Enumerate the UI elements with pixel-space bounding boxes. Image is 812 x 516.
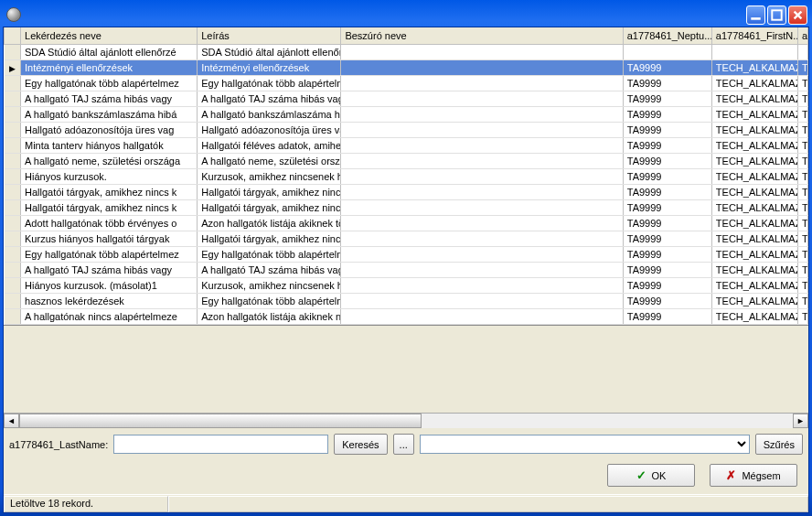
cell[interactable] <box>341 277 623 293</box>
filter-button[interactable]: Szűrés <box>755 434 803 455</box>
cell[interactable]: TA9999 <box>623 122 711 137</box>
cell[interactable]: Kurzusok, amikhez nincsenek hallgató <box>198 168 341 184</box>
cell[interactable]: Egy hallgatónak több alapértelmezett t <box>198 75 341 91</box>
cell[interactable] <box>341 231 623 246</box>
cell[interactable]: TA9999 <box>623 153 711 168</box>
minimize-button[interactable] <box>746 5 765 25</box>
table-row[interactable]: A hallgató TAJ száma hibás vagyA hallgat… <box>5 91 808 106</box>
horizontal-scrollbar[interactable]: ◄ ► <box>4 413 808 428</box>
table-row[interactable]: hasznos lekérdezésekEgy hallgatónak több… <box>5 293 808 308</box>
cell[interactable]: Hallgatói tárgyak, amikhez nincs k <box>21 184 198 199</box>
table-row[interactable]: A hallgató TAJ száma hibás vagyA hallgat… <box>5 262 808 277</box>
table-row[interactable]: Hallgatói tárgyak, amikhez nincs kHallga… <box>5 199 808 215</box>
cell[interactable]: SDA Stúdió által ajánlott ellenőrzések <box>198 44 341 59</box>
cell[interactable]: TA9999 <box>623 231 711 246</box>
col-header[interactable]: a <box>797 27 807 44</box>
close-button[interactable] <box>788 5 807 25</box>
cell[interactable] <box>341 137 623 153</box>
cell[interactable]: TECH_ALKALMAZO <box>711 106 797 122</box>
cell[interactable]: T <box>797 75 807 91</box>
cell[interactable]: A hallgató bankszámlaszáma hibá <box>21 106 198 122</box>
cell[interactable] <box>341 153 623 168</box>
cell[interactable]: TECH_ALKALMAZO <box>711 122 797 137</box>
cell[interactable]: Hallgatói tárgyak, amikhez nincs k <box>21 199 198 215</box>
cell[interactable] <box>341 215 623 231</box>
cell[interactable]: Hallgató adóazonosítója üres vagy hib <box>198 122 341 137</box>
table-row[interactable]: Intézményi ellenőrzésekIntézményi ellenő… <box>5 59 808 75</box>
cell[interactable]: TA9999 <box>623 75 711 91</box>
cell[interactable]: SDA Stúdió által ajánlott ellenőrzé <box>21 44 198 59</box>
table-row[interactable]: A hallgató bankszámlaszáma hibáA hallgat… <box>5 106 808 122</box>
cell[interactable]: A hallgató bankszámlaszáma hibás (ho <box>198 106 341 122</box>
cell[interactable]: A hallgatónak nincs alapértelmeze <box>21 308 198 324</box>
table-row[interactable]: Hallgatói tárgyak, amikhez nincs kHallga… <box>5 184 808 199</box>
col-header[interactable]: Beszúró neve <box>341 27 623 44</box>
cell[interactable]: Hiányos kurzusok. <box>21 168 198 184</box>
maximize-button[interactable] <box>767 5 786 25</box>
cell[interactable]: TA9999 <box>623 184 711 199</box>
cell[interactable] <box>341 122 623 137</box>
cell[interactable]: Intézményi ellenőrzések <box>21 59 198 75</box>
cell[interactable]: T <box>797 231 807 246</box>
cell[interactable]: TECH_ALKALMAZO <box>711 246 797 262</box>
table-row[interactable]: Hallgató adóazonosítója üres vagHallgató… <box>5 122 808 137</box>
table-row[interactable]: A hallgatónak nincs alapértelmezeAzon ha… <box>5 308 808 324</box>
table-row[interactable]: Egy hallgatónak több alapértelmezEgy hal… <box>5 75 808 91</box>
cell[interactable]: T <box>797 308 807 324</box>
scroll-track[interactable] <box>19 414 793 428</box>
cell[interactable] <box>341 168 623 184</box>
cell[interactable]: T <box>797 293 807 308</box>
cell[interactable]: TA9999 <box>623 168 711 184</box>
cell[interactable]: TECH_ALKALMAZO <box>711 277 797 293</box>
cell[interactable]: Kurzus hiányos hallgatói tárgyak <box>21 231 198 246</box>
search-input[interactable] <box>113 435 328 454</box>
cell[interactable]: TA9999 <box>623 262 711 277</box>
cell[interactable]: T <box>797 215 807 231</box>
cell[interactable]: A hallgató neme, születési országa <box>21 153 198 168</box>
scroll-left-button[interactable]: ◄ <box>4 414 19 428</box>
cell[interactable]: Azon hallgatók listája akiknek több érv <box>198 215 341 231</box>
cell[interactable] <box>797 44 807 59</box>
cell[interactable] <box>341 308 623 324</box>
table-row[interactable]: A hallgató neme, születési országaA hall… <box>5 153 808 168</box>
cell[interactable]: A hallgató TAJ száma hibás vagy <box>21 91 198 106</box>
search-button[interactable]: Keresés <box>334 434 387 455</box>
table-row[interactable]: Hiányos kurzusok.Kurzusok, amikhez nincs… <box>5 168 808 184</box>
cell[interactable]: TECH_ALKALMAZO <box>711 59 797 75</box>
cell[interactable]: T <box>797 106 807 122</box>
cell[interactable]: TECH_ALKALMAZO <box>711 308 797 324</box>
cell[interactable] <box>341 262 623 277</box>
cell[interactable]: TA9999 <box>623 106 711 122</box>
cell[interactable] <box>341 106 623 122</box>
cell[interactable]: TECH_ALKALMAZO <box>711 91 797 106</box>
cell[interactable]: Minta tanterv hiányos hallgatók <box>21 137 198 153</box>
cell[interactable] <box>341 293 623 308</box>
cell[interactable]: T <box>797 246 807 262</box>
cell[interactable]: TA9999 <box>623 246 711 262</box>
cell[interactable]: T <box>797 122 807 137</box>
cell[interactable]: T <box>797 168 807 184</box>
cell[interactable]: TA9999 <box>623 199 711 215</box>
cell[interactable]: A hallgató neme, születési országa, áll <box>198 153 341 168</box>
cell[interactable] <box>341 91 623 106</box>
cell[interactable] <box>341 75 623 91</box>
cell[interactable]: T <box>797 262 807 277</box>
scroll-right-button[interactable]: ► <box>793 414 808 428</box>
cell[interactable]: T <box>797 199 807 215</box>
cell[interactable] <box>341 184 623 199</box>
cell[interactable]: Egy hallgatónak több alapértelmez <box>21 246 198 262</box>
table-row[interactable]: Hiányos kurzusok. (másolat)1Kurzusok, am… <box>5 277 808 293</box>
browse-button[interactable]: ... <box>393 434 414 455</box>
cell[interactable]: Intézményi ellenőrzések <box>198 59 341 75</box>
data-grid[interactable]: Lekérdezés neve Leírás Beszúró neve a177… <box>4 27 808 326</box>
cell[interactable]: TECH_ALKALMAZO <box>711 293 797 308</box>
cell[interactable]: TECH_ALKALMAZO <box>711 153 797 168</box>
cell[interactable] <box>341 199 623 215</box>
cell[interactable]: Egy hallgatónak több alapértelmezett t <box>198 293 341 308</box>
cell[interactable] <box>341 44 623 59</box>
cell[interactable]: Hallgatói tárgyak, amikhez nincs kurzu <box>198 231 341 246</box>
cell[interactable]: T <box>797 277 807 293</box>
cell[interactable]: TA9999 <box>623 137 711 153</box>
table-row[interactable]: Kurzus hiányos hallgatói tárgyakHallgató… <box>5 231 808 246</box>
col-header[interactable]: a1778461_FirstN... <box>711 27 797 44</box>
